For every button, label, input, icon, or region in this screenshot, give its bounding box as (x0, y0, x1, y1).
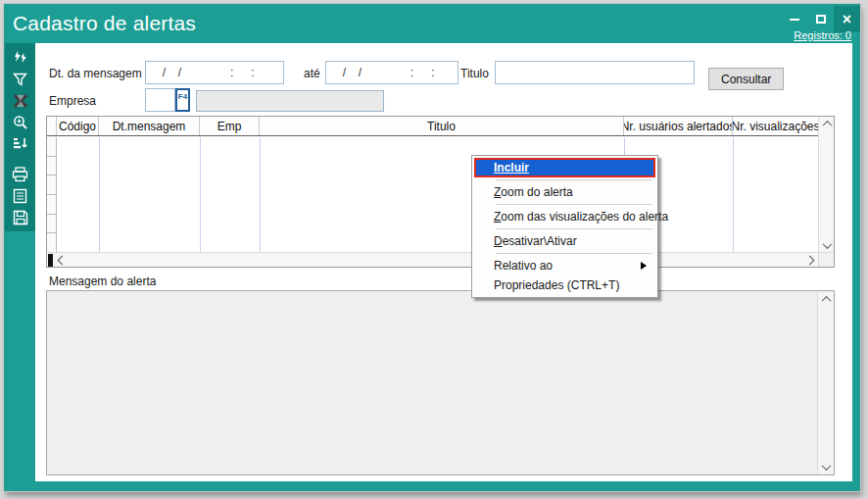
indicator-cell (47, 137, 56, 157)
memo-label: Mensagem do alerta (49, 274, 156, 288)
menu-separator (496, 228, 652, 229)
menu-item-label: Incluir (494, 161, 529, 175)
scroll-left-button[interactable] (53, 253, 69, 267)
window-title: Cadastro de alertas (13, 12, 196, 35)
consultar-button[interactable]: Consultar (708, 68, 784, 90)
memo-vertical-scrollbar[interactable] (817, 292, 833, 474)
column-header-codigo[interactable]: Código (57, 117, 99, 135)
alerts-grid: Código Dt.mensagem Emp Titulo Nr. usuári… (46, 116, 835, 268)
titulo-input[interactable] (495, 61, 695, 84)
column-divider (260, 137, 261, 252)
indicator-cell (47, 215, 56, 234)
window-controls: × (781, 6, 860, 32)
date-from-input[interactable] (145, 61, 284, 84)
column-divider (733, 137, 734, 252)
date-label: Dt. da mensagem (49, 67, 142, 80)
indicator-cell (47, 195, 56, 215)
chevron-down-icon (822, 239, 832, 249)
indicator-cell (47, 157, 56, 176)
maximize-icon (816, 15, 826, 24)
app-window: Cadastro de alertas × Registros: 0 (4, 4, 860, 491)
close-button[interactable]: × (834, 6, 860, 32)
chevron-left-icon (57, 255, 67, 265)
scroll-down-button[interactable] (819, 238, 835, 252)
column-header-nr-usuarios[interactable]: Nr. usuários alertados (624, 117, 733, 135)
memo-scroll-down-button[interactable] (818, 460, 834, 474)
print-icon[interactable] (10, 165, 31, 184)
grid-header: Código Dt.mensagem Emp Titulo Nr. usuári… (47, 117, 818, 136)
filter-icon[interactable] (10, 70, 31, 89)
indicator-cell (47, 233, 56, 252)
registros-link[interactable]: Registros: 0 (794, 29, 851, 41)
chevron-right-icon (804, 255, 814, 265)
scrollbar-corner (818, 252, 834, 267)
menu-separator (496, 204, 652, 205)
menu-separator (496, 253, 652, 254)
title-bar: Cadastro de alertas × Registros: 0 (4, 4, 860, 43)
ate-label: até (304, 67, 320, 80)
empresa-label: Empresa (49, 94, 96, 108)
chevron-down-icon (821, 461, 831, 471)
left-toolbar (5, 43, 35, 231)
alert-message-memo[interactable] (46, 290, 835, 475)
empresa-input[interactable] (145, 88, 175, 112)
row-indicator-header (47, 117, 57, 135)
context-menu: Incluir Zoom do alerta Zoom das visualiz… (471, 155, 658, 298)
row-indicator-column (47, 137, 57, 252)
submenu-arrow-icon (641, 262, 647, 270)
zoom-icon[interactable] (10, 113, 31, 132)
grid-horizontal-scrollbar[interactable] (47, 252, 818, 267)
column-header-nr-visualizacoes[interactable]: Nr. visualizações (733, 117, 818, 135)
column-divider (200, 137, 201, 252)
f4-lookup-button[interactable]: F4 (175, 88, 190, 112)
refresh-icon[interactable] (10, 48, 31, 68)
column-header-emp[interactable]: Emp (200, 117, 260, 135)
date-to-input[interactable] (325, 61, 458, 84)
sort-down-icon[interactable] (10, 134, 31, 154)
menu-item-propriedades[interactable]: Propriedades (CTRL+T) (474, 275, 655, 295)
menu-separator (496, 179, 652, 180)
clear-filter-icon[interactable] (10, 91, 31, 111)
menu-item-relativo-ao[interactable]: Relativo ao (474, 256, 655, 275)
column-header-titulo[interactable]: Titulo (260, 117, 624, 135)
column-header-dtmensagem[interactable]: Dt.mensagem (99, 117, 200, 135)
maximize-button[interactable] (807, 6, 834, 32)
menu-item-zoom-alerta[interactable]: Zoom do alerta (474, 182, 655, 202)
indicator-cell (47, 175, 56, 195)
minimize-icon (790, 19, 799, 21)
menu-item-desativar-ativar[interactable]: Desativar\Ativar (474, 231, 655, 251)
titulo-label: Titulo (460, 67, 489, 80)
scroll-right-button[interactable] (802, 253, 818, 267)
close-icon: × (843, 12, 851, 27)
grid-body[interactable] (47, 137, 818, 252)
save-icon[interactable] (10, 208, 31, 227)
menu-item-label: Z (494, 210, 501, 224)
grid-vertical-scrollbar[interactable] (818, 117, 834, 252)
menu-item-label: Z (494, 185, 501, 199)
report-icon[interactable] (10, 186, 31, 206)
chevron-up-icon (822, 120, 832, 129)
empresa-desc-field (196, 90, 384, 112)
column-divider (99, 137, 100, 252)
menu-item-label: D (494, 234, 503, 248)
minimize-button[interactable] (781, 6, 807, 32)
menu-item-zoom-visualizacoes[interactable]: Zoom das visualizações do alerta (474, 207, 655, 226)
chevron-up-icon (821, 295, 831, 305)
memo-scroll-up-button[interactable] (818, 292, 834, 306)
scroll-up-button[interactable] (819, 117, 835, 130)
content-area: Dt. da mensagem até Titulo Consultar Emp… (35, 43, 852, 481)
menu-item-incluir[interactable]: Incluir (474, 158, 655, 177)
